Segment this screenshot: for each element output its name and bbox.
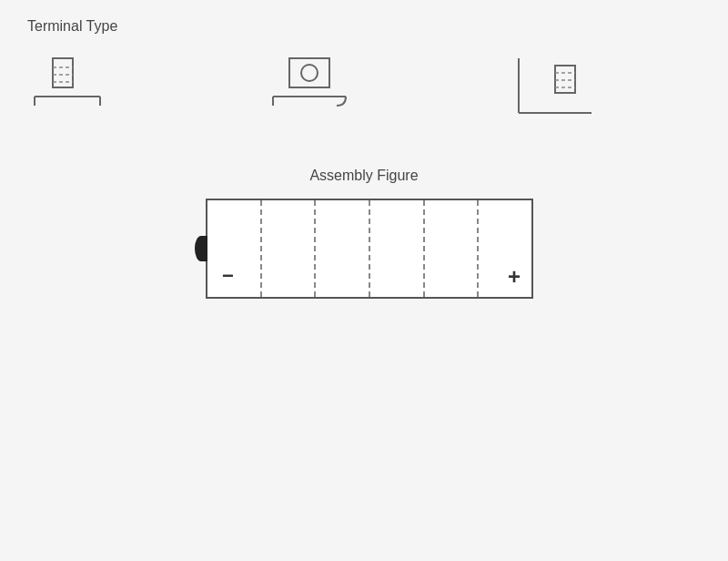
battery-cell-4: [370, 200, 425, 297]
svg-rect-13: [555, 66, 575, 93]
svg-point-8: [301, 65, 318, 81]
battery-cell-1: [207, 200, 262, 297]
terminal-icon-2[interactable]: [264, 49, 355, 131]
battery-cell-5: [425, 200, 480, 297]
battery-nub: [195, 236, 207, 261]
page: Terminal Type: [0, 0, 728, 561]
battery-cell-3: [316, 200, 370, 297]
battery-cell-6: [479, 200, 531, 297]
battery-plus-symbol: +: [508, 264, 521, 290]
terminal-icon-3[interactable]: [500, 49, 601, 131]
battery-dividers: [207, 200, 531, 297]
assembly-figure-label: Assembly Figure: [309, 168, 418, 184]
battery-cell-2: [262, 200, 317, 297]
battery-body: − +: [206, 199, 533, 299]
svg-rect-7: [289, 58, 329, 87]
terminal-icons-row: [27, 49, 710, 131]
battery-diagram: − +: [195, 199, 533, 299]
battery-minus-symbol: −: [222, 264, 234, 288]
svg-rect-0: [53, 58, 73, 87]
terminal-icon-1[interactable]: [27, 49, 118, 131]
terminal-type-label: Terminal Type: [27, 18, 710, 35]
assembly-section: Assembly Figure − +: [18, 168, 710, 299]
